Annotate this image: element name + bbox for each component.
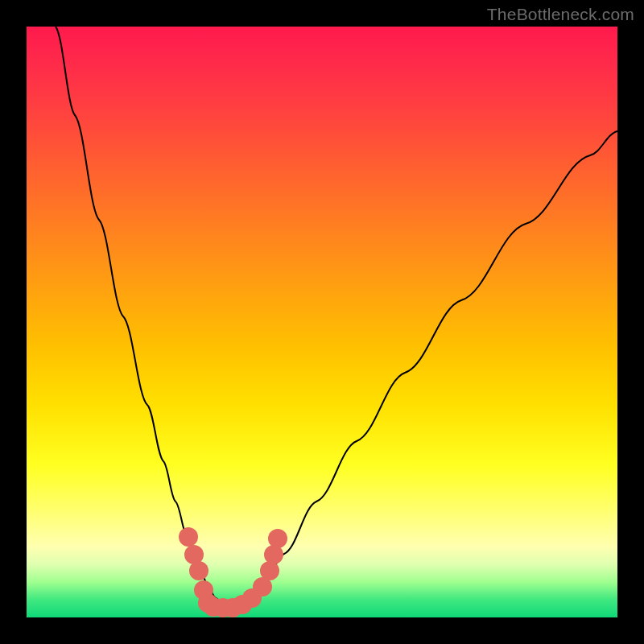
curve-marker (189, 561, 208, 580)
curve-marker (179, 527, 198, 547)
chart-svg (27, 27, 617, 617)
watermark-label: TheBottleneck.com (487, 5, 634, 24)
curve-marker (264, 545, 283, 564)
curve-markers (179, 527, 287, 617)
plot-area (27, 27, 617, 617)
curve-marker (260, 561, 279, 580)
chart-frame: TheBottleneck.com (0, 0, 644, 644)
curve-marker (268, 529, 287, 548)
bottleneck-curve (56, 27, 617, 607)
